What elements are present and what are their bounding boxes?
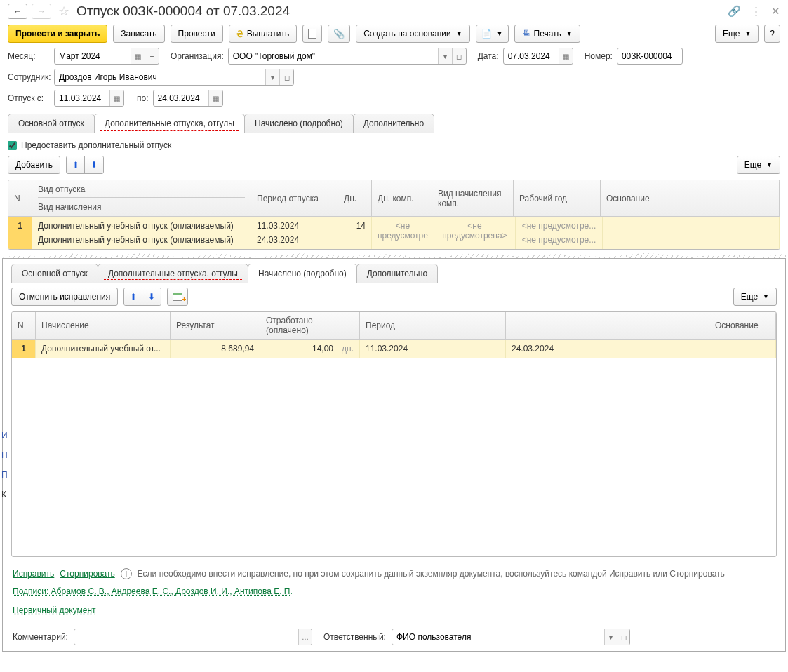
arrow-up-icon[interactable]: ⬆ bbox=[67, 156, 85, 173]
ellipsis-icon[interactable]: … bbox=[298, 629, 312, 645]
extra-vacations-table[interactable]: N Вид отпуска Вид начисления Период отпу… bbox=[8, 180, 780, 250]
attach-button[interactable]: 📎 bbox=[328, 25, 350, 43]
more-button[interactable]: Еще▼ bbox=[715, 25, 759, 43]
chevron-down-icon: ▼ bbox=[497, 30, 503, 37]
insert-table-button[interactable] bbox=[167, 288, 188, 306]
arrow-down-icon[interactable]: ⬇ bbox=[85, 156, 103, 173]
calendar-icon[interactable]: ▦ bbox=[131, 48, 145, 64]
close-icon[interactable]: ✕ bbox=[771, 5, 780, 18]
nav-forward-button[interactable]: → bbox=[32, 4, 51, 19]
chevron-down-icon: ▼ bbox=[763, 293, 769, 300]
tab-additional[interactable]: Дополнительно bbox=[353, 114, 434, 133]
nav-back-button[interactable]: ← bbox=[8, 4, 27, 19]
table-row[interactable]: 1 Дополнительный учебный от... 8 689,94 … bbox=[12, 340, 776, 358]
col-n: N bbox=[8, 180, 32, 217]
payout-button[interactable]: ₴Выплатить bbox=[229, 25, 298, 43]
tab-accrued[interactable]: Начислено (подробно) bbox=[244, 114, 354, 133]
arrow-up-icon[interactable]: ⬆ bbox=[124, 288, 142, 305]
open-icon[interactable]: ◻ bbox=[279, 69, 293, 85]
open-icon[interactable]: ◻ bbox=[617, 629, 629, 645]
sidebar-letter: К bbox=[1, 490, 8, 499]
col-basis: Основание bbox=[601, 180, 780, 217]
chevron-down-icon: ▼ bbox=[566, 30, 573, 37]
chevron-down-icon[interactable]: ▾ bbox=[438, 48, 452, 64]
arrow-down-icon[interactable]: ⬇ bbox=[142, 288, 161, 305]
chevron-down-icon: ▼ bbox=[744, 30, 751, 37]
tab-additional-2[interactable]: Дополнительно bbox=[356, 264, 438, 283]
page-title: Отпуск 00ЗК-000004 от 07.03.2024 bbox=[76, 4, 723, 19]
provide-extra-checkbox[interactable] bbox=[8, 141, 17, 150]
chevron-down-icon: ▼ bbox=[456, 30, 462, 37]
from-label: Отпуск с: bbox=[8, 93, 50, 103]
tab-extra-vacation[interactable]: Дополнительные отпуска, отгулы bbox=[94, 114, 245, 133]
accrued-table[interactable]: N Начисление Результат Отработано (оплач… bbox=[11, 311, 777, 557]
col-worked: Отработано (оплачено) bbox=[260, 312, 360, 340]
tab-main-vacation[interactable]: Основной отпуск bbox=[8, 114, 95, 133]
link-icon[interactable]: 🔗 bbox=[728, 5, 741, 18]
number-field[interactable] bbox=[617, 48, 683, 65]
col-basis-2: Основание bbox=[709, 312, 776, 340]
table-plus-icon bbox=[173, 293, 182, 301]
move-rows-buttons[interactable]: ⬆ ⬇ bbox=[66, 156, 104, 174]
date-field[interactable]: ▦ bbox=[503, 48, 573, 65]
month-label: Месяц: bbox=[8, 51, 50, 61]
move-rows-buttons-2[interactable]: ⬆ ⬇ bbox=[123, 288, 161, 306]
col-accrual-type: Вид начисления bbox=[38, 202, 102, 212]
employee-label: Сотрудник: bbox=[8, 72, 50, 82]
col-result: Результат bbox=[171, 312, 260, 340]
doc-button[interactable] bbox=[302, 25, 322, 43]
open-icon[interactable]: ◻ bbox=[452, 48, 466, 64]
chevron-down-icon[interactable]: ▾ bbox=[604, 629, 617, 645]
number-label: Номер: bbox=[585, 51, 613, 61]
sidebar-letter: И bbox=[1, 431, 8, 441]
tab-extra-vacation-2[interactable]: Дополнительные отпуска, отгулы bbox=[98, 264, 248, 283]
col-n-2: N bbox=[12, 312, 36, 340]
actions-button[interactable]: 📄▼ bbox=[476, 25, 509, 43]
kebab-icon[interactable]: ⋮ bbox=[751, 5, 761, 18]
col-period-2: Период bbox=[360, 312, 506, 340]
help-button[interactable]: ? bbox=[764, 25, 780, 43]
date-label: Дата: bbox=[478, 51, 499, 61]
sidebar-letter: П bbox=[1, 450, 8, 460]
from-field[interactable]: ▦ bbox=[54, 90, 124, 107]
col-work-year: Рабочий год bbox=[514, 180, 601, 217]
primary-doc-link[interactable]: Первичный документ bbox=[13, 605, 96, 615]
to-label: по: bbox=[137, 93, 149, 103]
table-more-button[interactable]: Еще▼ bbox=[737, 156, 780, 174]
to-field[interactable]: ▦ bbox=[153, 90, 223, 107]
table-row[interactable]: 1 Дополнительный учебный отпуск (оплачив… bbox=[8, 217, 780, 249]
undo-corrections-button[interactable]: Отменить исправления bbox=[11, 288, 118, 306]
month-field[interactable]: ▦ ÷ bbox=[54, 48, 159, 65]
print-button[interactable]: 🖶Печать▼ bbox=[514, 25, 580, 43]
calendar-icon[interactable]: ▦ bbox=[559, 48, 573, 64]
responsible-field[interactable]: ▾ ◻ bbox=[392, 629, 630, 645]
chevron-down-icon[interactable]: ▾ bbox=[265, 69, 279, 85]
tab-accrued-2[interactable]: Начислено (подробно) bbox=[248, 264, 357, 283]
employee-field[interactable]: ▾ ◻ bbox=[54, 69, 294, 86]
responsible-label: Ответственный: bbox=[323, 632, 386, 642]
storno-link[interactable]: Сторнировать bbox=[60, 569, 114, 579]
tab-main-vacation-2[interactable]: Основной отпуск bbox=[11, 264, 98, 283]
create-based-button[interactable]: Создать на основании▼ bbox=[356, 25, 469, 43]
write-button[interactable]: Записать bbox=[113, 25, 164, 43]
provide-extra-label: Предоставить дополнительный отпуск bbox=[21, 140, 171, 150]
accrued-more-button[interactable]: Еще▼ bbox=[733, 288, 777, 306]
post-button[interactable]: Провести bbox=[171, 25, 223, 43]
info-text: Если необходимо внести исправление, но п… bbox=[138, 569, 725, 579]
favorite-icon[interactable]: ☆ bbox=[58, 4, 69, 19]
spinner-icon[interactable]: ÷ bbox=[145, 48, 159, 64]
fix-link[interactable]: Исправить bbox=[13, 569, 54, 579]
calendar-icon[interactable]: ▦ bbox=[208, 90, 222, 106]
coins-icon: ₴ bbox=[236, 29, 243, 39]
post-and-close-button[interactable]: Провести и закрыть bbox=[8, 25, 107, 43]
torn-edge-separator bbox=[2, 253, 786, 258]
info-icon: i bbox=[121, 568, 132, 579]
sidebar-letter: П bbox=[1, 470, 8, 480]
document-icon bbox=[308, 29, 316, 39]
col-period: Период отпуска bbox=[251, 180, 338, 217]
add-row-button[interactable]: Добавить bbox=[8, 156, 60, 174]
signatures-link[interactable]: Подписи: Абрамов С. В., Андреева Е. С., … bbox=[13, 586, 293, 596]
org-field[interactable]: ▾ ◻ bbox=[228, 48, 467, 65]
comment-field[interactable]: … bbox=[74, 629, 312, 645]
calendar-icon[interactable]: ▦ bbox=[109, 90, 123, 106]
